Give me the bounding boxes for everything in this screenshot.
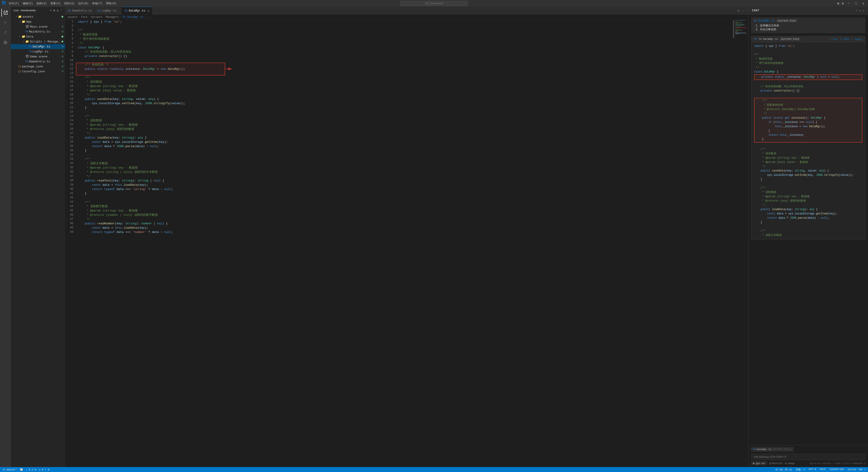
chat-close-icon[interactable]: ✕ xyxy=(863,9,864,12)
sidebar-item-package-json[interactable]: {} package.json U xyxy=(11,64,65,69)
scrollbar-thumb[interactable] xyxy=(733,20,734,38)
minimize-button[interactable]: ─ xyxy=(846,1,851,6)
chat-body: TS DataMgr.ts Current File 1、使用懒汉式单例 2、补… xyxy=(748,15,868,445)
app-logo xyxy=(2,1,6,6)
explorer-activity-icon[interactable] xyxy=(1,8,9,17)
menu-select[interactable]: 选择(S) xyxy=(36,2,47,5)
chat-context-close-icon[interactable]: ✕ xyxy=(790,448,792,451)
status-cursor-tab[interactable]: Cursor Tab ☑ xyxy=(848,468,866,471)
sidebar-item-gameentry[interactable]: TS GameEntry.ts U xyxy=(11,59,65,64)
chat-code-ts-icon: TS xyxy=(754,38,757,40)
main-scene-letter: U xyxy=(62,25,63,28)
code-line-50: return typeof data === 'number' ? data :… xyxy=(78,230,731,234)
datamgr-tab-label: DataMgr.ts xyxy=(129,9,145,12)
collapse-icon[interactable]: ⌃ xyxy=(60,8,62,12)
chat-file-title: TS DataMgr.ts Current File xyxy=(754,19,863,22)
sidebar-item-main-scene[interactable]: 🎬 Main.scene U xyxy=(11,24,65,29)
code-line-46: * @returns {number | null} 读取到的数字数据 xyxy=(78,213,731,217)
chat-footer: TS DataMgr.ts Current File ✕ ◆ gpt-4o @ … xyxy=(748,445,868,467)
extensions-activity-icon[interactable] xyxy=(1,38,9,46)
chat-input[interactable] xyxy=(754,455,863,459)
package-json-letter: U xyxy=(62,65,63,68)
chat-model-selector[interactable]: ◆ gpt-4o xyxy=(751,461,767,465)
sidebar-item-app[interactable]: ▾ 📁 App xyxy=(11,19,65,24)
sidebar-item-assets[interactable]: ▾ 📁 assets xyxy=(11,14,65,19)
code-line-37: */ xyxy=(78,174,731,179)
new-folder-icon[interactable]: ⊕ xyxy=(53,8,55,12)
settings-icon[interactable]: ⚙ xyxy=(842,2,844,5)
menu-edit[interactable]: 编辑(E) xyxy=(23,2,33,5)
chat-copy-button[interactable]: ⎘ Copy xyxy=(840,38,849,40)
tab-datamgr[interactable]: TS DataMgr.ts ✕ xyxy=(122,7,152,15)
menu-run[interactable]: 运行(R) xyxy=(78,2,89,5)
maximize-button[interactable]: □ xyxy=(854,1,858,6)
status-sync[interactable]: 🔄 xyxy=(20,468,23,471)
source-control-activity-icon[interactable] xyxy=(1,29,9,37)
status-spaces[interactable]: 空格: 4 xyxy=(796,468,805,471)
menu-view[interactable]: 查看(V) xyxy=(51,2,61,5)
close-button[interactable]: ✕ xyxy=(861,1,866,6)
chat-new-icon[interactable]: + xyxy=(856,9,857,12)
status-line-ending[interactable]: CRLF xyxy=(819,468,826,471)
sidebar-item-datamgr[interactable]: TS DataMgr.ts U xyxy=(11,44,65,49)
sidebar-item-core[interactable]: ▾ 📁 Core xyxy=(11,34,65,39)
menu-help[interactable]: 帮助(H) xyxy=(106,2,116,5)
status-warnings[interactable]: △ 0 ✓ 0 xyxy=(39,468,49,471)
datamgr-tab-icon: TS xyxy=(125,9,127,12)
code-content[interactable]: import { sys } from 'cc'; /** * 数据管理器 * … xyxy=(76,20,733,467)
logmgr-ts-icon: TS xyxy=(29,51,32,53)
svg-rect-1 xyxy=(4,1,6,3)
breadcrumb-core[interactable]: Core xyxy=(81,15,88,19)
breadcrumb-managers[interactable]: Managers xyxy=(106,15,119,19)
tab-gameentry[interactable]: TS GameEntry.ts xyxy=(65,7,95,15)
sidebar-item-tsconfig[interactable]: {} tsconfig.json U xyxy=(11,69,65,74)
chat-code-actions: ↗ Ask ⎘ Copy ✓ Apply xyxy=(830,38,862,41)
chat-code-line-import: import { sys } from 'cc'; xyxy=(754,44,862,49)
menu-terminal[interactable]: 终端(T) xyxy=(92,2,103,5)
chat-ask-button[interactable]: ↗ Ask xyxy=(830,38,837,41)
tab-logmgr[interactable]: TS LogMgr.ts xyxy=(95,7,122,15)
sidebar-title: C2D FRAMEWORK xyxy=(13,9,36,12)
breadcrumb-scripts[interactable]: Scripts xyxy=(91,15,102,19)
new-file-icon[interactable]: + xyxy=(50,8,52,12)
breadcrumb-datamgr[interactable]: TS DataMgr.ts xyxy=(122,15,144,19)
status-errors[interactable]: ⚠ 0 ✗ 0 xyxy=(26,468,36,471)
status-encoding[interactable]: UTF-8 xyxy=(809,468,816,471)
code-line-36: * @returns {string | null} 读取到的文本数据 xyxy=(78,170,731,174)
mention-label: Mention xyxy=(772,462,782,465)
refresh-icon[interactable]: ↻ xyxy=(57,8,59,12)
breadcrumb-more[interactable]: ... xyxy=(147,15,152,19)
logmgr-tab-icon: TS xyxy=(97,9,100,12)
chat-mention-button[interactable]: @ Mention xyxy=(770,462,782,465)
sidebar-item-logmgr[interactable]: TS LogMgr.ts U xyxy=(11,49,65,54)
code-editor[interactable]: 12345 678910 1112131415 1617181920 21222… xyxy=(65,20,748,467)
minimap xyxy=(735,20,748,467)
global-search-input[interactable] xyxy=(400,1,468,6)
sidebar-item-scripts-managers[interactable]: ▾ 📁 Scripts | Managers xyxy=(11,39,65,44)
sidebar-item-main-entry[interactable]: TS MainEntry.ts U xyxy=(11,29,65,34)
chat-apply-button[interactable]: ✓ Apply xyxy=(852,38,862,41)
search-activity-icon[interactable] xyxy=(1,19,9,27)
code-line-35: * @param {string} key - 数据键 xyxy=(78,166,731,170)
sidebar-item-game-scene[interactable]: 🎬 Game.scene U xyxy=(11,54,65,59)
package-json-label: package.json xyxy=(22,65,62,68)
status-position[interactable]: 行 65，列 41 xyxy=(776,468,792,471)
menu-file[interactable]: 文件(F) xyxy=(8,2,19,5)
main-entry-label: MainEntry.ts xyxy=(29,30,62,33)
core-label: Core xyxy=(26,35,61,38)
menu-goto[interactable]: 转到(G) xyxy=(64,2,74,5)
status-branch[interactable]: ⎇ master* xyxy=(2,468,17,471)
layout-icon[interactable]: ⊞ xyxy=(837,2,839,5)
titlebar-menu[interactable]: 文件(F) 编辑(E) 选择(S) 查看(V) 转到(G) 运行(R) 终端(T… xyxy=(8,2,116,5)
breadcrumb-assets[interactable]: assets xyxy=(68,15,78,19)
gameentry-ts-icon: TS xyxy=(25,60,28,63)
status-language[interactable]: TypeScript xyxy=(829,468,844,471)
more-actions-icon[interactable]: ··· xyxy=(741,9,746,12)
chat-header: CHAT + ↻ ✕ xyxy=(748,7,868,15)
code-line-1: import { sys } from 'cc'; xyxy=(78,20,731,24)
vertical-scrollbar[interactable] xyxy=(733,20,735,467)
chat-image-button[interactable]: ⊞ Image xyxy=(785,462,795,465)
chat-refresh-icon[interactable]: ↻ xyxy=(860,9,861,12)
datamgr-tab-close[interactable]: ✕ xyxy=(147,9,149,13)
split-editor-icon[interactable]: ⊡ xyxy=(738,9,739,12)
